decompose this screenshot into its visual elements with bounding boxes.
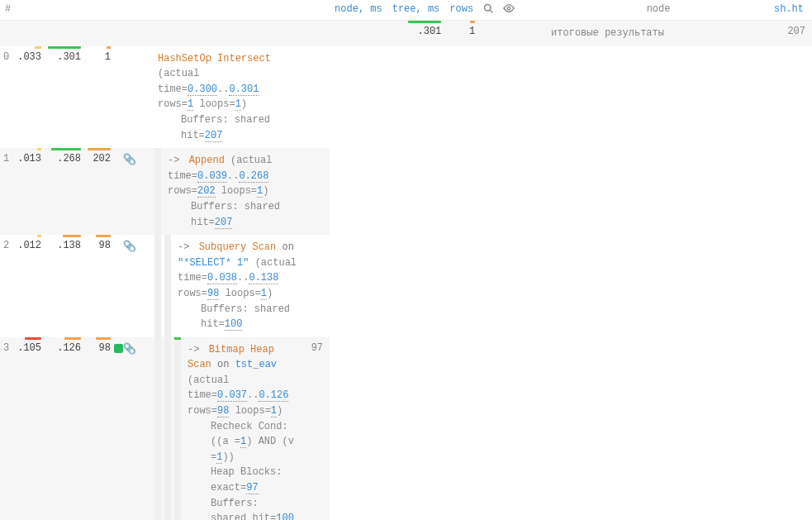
row-node-ms: .033 [17,51,41,63]
col-node-label-header[interactable]: node [548,0,769,21]
row-node-ms: .105 [17,342,41,354]
row-index: 2 [0,235,14,337]
svg-point-0 [485,5,491,12]
row-tree-ms: .268 [57,153,81,165]
row-tree-ms: .301 [57,51,81,63]
summary-row: .301 1 итоговые результаты 207 [0,21,812,46]
row-right-metric [302,235,330,337]
svg-line-1 [490,10,492,12]
summary-right: 207 [787,26,805,37]
row-right-metric [302,148,330,235]
shht-link[interactable]: sh.ht [769,0,812,21]
density-indicator [114,344,123,353]
row-right-metric: 97 [302,337,330,520]
table-header: # node, ms tree, ms rows node sh.ht [0,0,812,21]
node-title: -> Append (actual time=0.039..0.268 rows… [168,153,298,199]
col-rows-header[interactable]: rows [444,0,478,21]
link-icon[interactable]: 🔗 [123,153,136,166]
col-tree-ms-header[interactable]: tree, ms [387,0,445,21]
row-right-metric [302,46,330,149]
plan-row[interactable]: 1 .013 .268 202 🔗 -> Append (actual time… [0,148,330,235]
svg-point-2 [507,7,510,10]
row-rows: 98 [99,240,111,251]
row-rows: 202 [93,153,111,165]
node-title: -> Subquery Scan on "*SELECT* 1" (actual… [178,240,298,301]
explain-plan-table: # node, ms tree, ms rows node sh.ht .301… [0,0,812,520]
row-node-ms: .013 [17,153,41,165]
plan-row[interactable]: 2 .012 .138 98 🔗 -> Subquery Scan on "*S… [0,235,330,337]
row-rows: 98 [99,342,111,354]
summary-tree: .301 [417,26,441,37]
row-node-ms: .012 [17,240,41,251]
row-tree-ms: .126 [57,342,81,354]
col-idx-header[interactable]: # [0,0,330,21]
row-index: 0 [0,46,14,149]
row-index: 1 [0,148,14,235]
row-tree-ms: .138 [57,240,81,251]
row-index: 3 [0,337,14,520]
plan-row[interactable]: 0 .033 .301 1 HashSetOp Intersect (actua… [0,46,330,149]
node-title: -> Bitmap Heap Scan on tst_eav (actual t… [188,342,298,419]
search-icon[interactable] [478,0,498,21]
eye-icon[interactable] [498,0,520,21]
link-icon[interactable]: 🔗 [123,342,136,355]
summary-rows: 1 [469,26,475,37]
plan-row[interactable]: 3 .105 .126 98 🔗 -> Bitmap Heap Scan on … [0,337,330,520]
col-node-ms-header[interactable]: node, ms [330,0,387,21]
summary-title: итоговые результаты [551,27,664,39]
node-title: HashSetOp Intersect (actual time=0.300..… [158,51,298,112]
row-rows: 1 [105,51,111,63]
link-icon[interactable]: 🔗 [123,240,136,253]
